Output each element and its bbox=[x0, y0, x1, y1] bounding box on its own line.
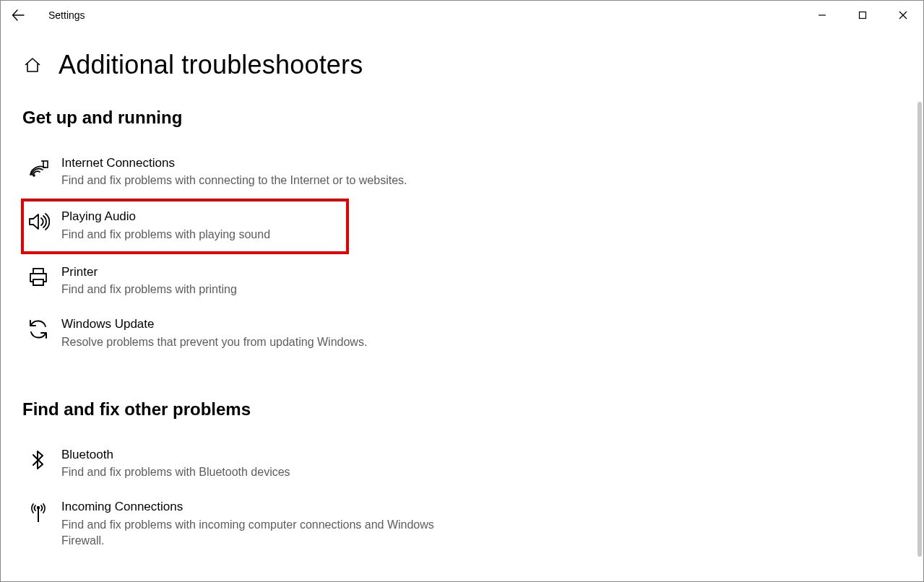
item-title: Printer bbox=[61, 264, 465, 280]
page-title: Additional troubleshooters bbox=[59, 50, 363, 80]
close-button[interactable] bbox=[883, 1, 923, 30]
section-title-get-up: Get up and running bbox=[22, 108, 902, 128]
minimize-button[interactable] bbox=[802, 1, 842, 30]
maximize-icon bbox=[858, 11, 867, 19]
home-icon bbox=[23, 56, 42, 74]
svg-rect-8 bbox=[33, 279, 43, 285]
item-text: Windows Update Resolve problems that pre… bbox=[61, 316, 465, 349]
item-desc: Find and fix problems with printing bbox=[61, 282, 452, 297]
scrollbar[interactable] bbox=[917, 102, 922, 557]
troubleshooter-incoming-connections[interactable]: Incoming Connections Find and fix proble… bbox=[22, 492, 470, 556]
audio-icon bbox=[27, 210, 50, 233]
page-content: Additional troubleshooters Get up and ru… bbox=[1, 50, 923, 556]
item-text: Internet Connections Find and fix proble… bbox=[61, 155, 465, 188]
svg-point-10 bbox=[37, 506, 40, 509]
svg-rect-7 bbox=[33, 269, 43, 274]
item-text: Incoming Connections Find and fix proble… bbox=[61, 499, 465, 549]
maximize-button[interactable] bbox=[842, 1, 883, 30]
printer-icon bbox=[27, 266, 50, 289]
back-arrow-icon bbox=[12, 9, 25, 22]
svg-point-4 bbox=[33, 174, 35, 177]
troubleshooter-windows-update[interactable]: Windows Update Resolve problems that pre… bbox=[22, 309, 470, 357]
minimize-icon bbox=[818, 11, 826, 19]
item-text: Bluetooth Find and fix problems with Blu… bbox=[61, 447, 465, 480]
item-text: Printer Find and fix problems with print… bbox=[61, 264, 465, 297]
bluetooth-icon bbox=[27, 448, 50, 472]
home-button[interactable] bbox=[22, 55, 43, 75]
troubleshooter-playing-audio[interactable]: Playing Audio Find and fix problems with… bbox=[22, 200, 347, 252]
close-icon bbox=[898, 10, 908, 20]
item-title: Bluetooth bbox=[61, 447, 465, 463]
item-text: Playing Audio Find and fix problems with… bbox=[61, 209, 342, 242]
item-title: Internet Connections bbox=[61, 155, 465, 171]
item-desc: Resolve problems that prevent you from u… bbox=[61, 334, 452, 350]
item-title: Incoming Connections bbox=[61, 499, 465, 515]
item-desc: Find and fix problems with Bluetooth dev… bbox=[61, 464, 452, 480]
update-icon bbox=[27, 318, 50, 341]
item-desc: Find and fix problems with playing sound bbox=[61, 227, 342, 243]
settings-window: Settings bbox=[0, 0, 924, 582]
window-controls bbox=[802, 1, 923, 30]
incoming-icon bbox=[27, 500, 50, 524]
item-desc: Find and fix problems with incoming comp… bbox=[61, 517, 452, 550]
titlebar: Settings bbox=[1, 1, 923, 30]
internet-icon bbox=[27, 157, 50, 180]
page-header: Additional troubleshooters bbox=[22, 50, 902, 80]
troubleshooter-bluetooth[interactable]: Bluetooth Find and fix problems with Blu… bbox=[22, 440, 470, 487]
app-title: Settings bbox=[48, 9, 85, 21]
svg-rect-1 bbox=[860, 12, 866, 19]
back-button[interactable] bbox=[1, 1, 35, 30]
item-title: Playing Audio bbox=[61, 209, 342, 225]
item-desc: Find and fix problems with connecting to… bbox=[61, 173, 452, 188]
troubleshooter-printer[interactable]: Printer Find and fix problems with print… bbox=[22, 257, 470, 305]
section-title-find-fix: Find and fix other problems bbox=[22, 399, 902, 420]
troubleshooter-internet-connections[interactable]: Internet Connections Find and fix proble… bbox=[22, 148, 470, 196]
item-title: Windows Update bbox=[61, 316, 465, 332]
